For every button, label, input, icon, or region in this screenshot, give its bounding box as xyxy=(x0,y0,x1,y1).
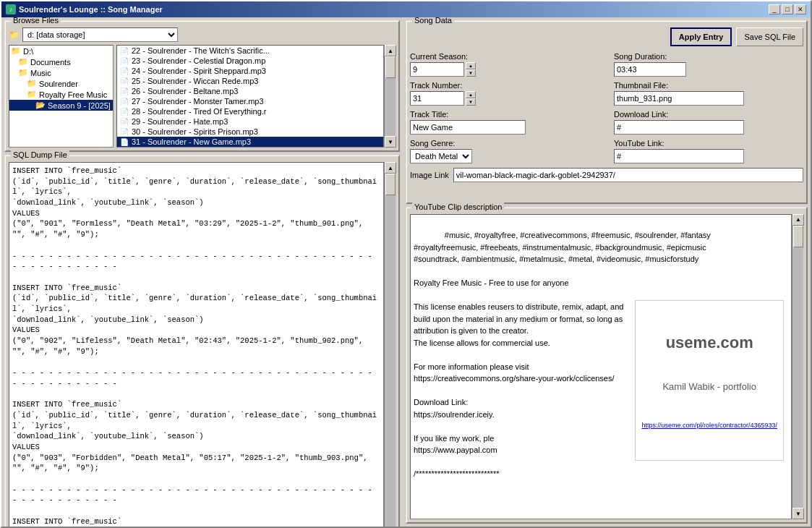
song-data-label: Song Data xyxy=(412,17,454,25)
song-duration-row xyxy=(614,62,803,77)
folder-item[interactable]: 📁 Documents xyxy=(9,56,113,67)
file-name: 29 - Soulrender - Hate.mp3 xyxy=(132,117,228,126)
song-genre-field: Song Genre: Death Metal Metal Rock Ambie… xyxy=(410,139,599,163)
youtube-desc-content: #music, #royaltyfree, #creativecommons, … xyxy=(406,208,807,524)
file-item[interactable]: 📄 25 - Soulrender - Wiccan Rede.mp3 xyxy=(117,76,383,86)
app-icon: ♪ xyxy=(6,4,16,14)
song-duration-input[interactable] xyxy=(614,62,686,77)
folder-item[interactable]: 📁 Royalty Free Music xyxy=(9,89,113,100)
folder-icon: 📁 xyxy=(11,46,21,56)
image-link-field: Image Link xyxy=(410,168,803,182)
drive-icon: 📁 xyxy=(9,30,20,40)
file-item[interactable]: 📄 27 - Soulrender - Monster Tamer.mp3 xyxy=(117,96,383,106)
file-item[interactable]: 📄 24 - Soulrender - Spirit Sheppard.mp3 xyxy=(117,66,383,76)
song-genre-select[interactable]: Death Metal Metal Rock Ambient Electroni… xyxy=(410,149,472,163)
file-item[interactable]: 📄 22 - Soulrender - The Witch's Sacrific… xyxy=(117,46,383,56)
scroll-up-button[interactable]: ▲ xyxy=(385,162,396,174)
watermark-title: useme.com xyxy=(641,331,777,354)
image-link-input[interactable] xyxy=(453,168,803,182)
close-button[interactable]: ✕ xyxy=(795,4,806,14)
thumbnail-file-label: Thumbnail File: xyxy=(614,81,803,90)
spin-up-button[interactable]: ▲ xyxy=(466,91,476,98)
scroll-down-button[interactable]: ▼ xyxy=(792,508,804,519)
youtube-link-row xyxy=(614,149,803,163)
download-link-label: Download Link: xyxy=(614,110,803,119)
file-name: 22 - Soulrender - The Witch's Sacrific..… xyxy=(132,46,270,55)
track-title-input[interactable] xyxy=(410,120,526,135)
current-season-spinner: ▲ ▼ xyxy=(466,62,476,77)
spin-up-button[interactable]: ▲ xyxy=(466,62,476,69)
scroll-up-button[interactable]: ▲ xyxy=(792,214,804,226)
sql-textarea[interactable]: INSERT INTO `free_music` (`id`, `public_… xyxy=(9,162,384,527)
maximize-button[interactable]: □ xyxy=(782,4,793,14)
youtube-link-field: YouTube Link: xyxy=(614,139,803,163)
youtube-desc-textarea[interactable]: #music, #royaltyfree, #creativecommons, … xyxy=(410,214,792,520)
track-number-label: Track Number: xyxy=(410,81,599,90)
folder-item-label: Soulrender xyxy=(39,80,78,88)
track-number-field: Track Number: ▲ ▼ xyxy=(410,81,599,106)
browse-files-label: Browse Files xyxy=(11,17,61,25)
minimize-button[interactable]: _ xyxy=(769,4,780,14)
track-number-spinner: ▲ ▼ xyxy=(466,91,476,106)
current-season-row: ▲ ▼ xyxy=(410,62,599,77)
download-link-row xyxy=(614,120,803,135)
song-data-group: Song Data Apply Entry Save SQL File Curr… xyxy=(406,20,808,204)
folder-item-label: Season 9 - [2025] xyxy=(48,101,111,110)
scroll-track[interactable] xyxy=(792,226,803,508)
track-title-row xyxy=(410,120,599,135)
thumbnail-file-input[interactable] xyxy=(614,91,744,106)
download-link-field: Download Link: xyxy=(614,110,803,135)
image-link-label: Image Link xyxy=(410,171,449,179)
scroll-thumb[interactable] xyxy=(385,174,396,195)
file-item[interactable]: 📄 29 - Soulrender - Hate.mp3 xyxy=(117,116,383,127)
file-name: 31 - Soulrender - New Game.mp3 xyxy=(132,137,251,146)
song-genre-label: Song Genre: xyxy=(410,139,599,148)
folder-item[interactable]: 📁 D:\ xyxy=(9,46,113,56)
scroll-track[interactable] xyxy=(385,56,396,136)
browse-files-content: 📁 d: [data storage] 📁 D:\ xyxy=(5,21,399,151)
scroll-up-button[interactable]: ▲ xyxy=(385,45,396,56)
folder-item[interactable]: 📁 Soulrender xyxy=(9,78,113,89)
spin-down-button[interactable]: ▼ xyxy=(466,98,476,106)
youtube-desc-group: YouTube Clip description #music, #royalt… xyxy=(406,207,808,524)
file-item[interactable]: 📄 30 - Soulrender - Spirits Prison.mp3 xyxy=(117,127,383,137)
file-item[interactable]: 📄 23 - Soulrender - Celestial Dragon.mp xyxy=(117,56,383,66)
file-list-scrollbar[interactable]: ▲ ▼ xyxy=(384,45,396,148)
folder-tree: 📁 D:\ 📁 Documents 📁 Music xyxy=(9,45,114,148)
sql-scrollbar[interactable]: ▲ ▼ xyxy=(384,162,396,527)
file-item[interactable]: 📄 28 - Soulrender - Tired Of Everything.… xyxy=(117,106,383,116)
folder-item[interactable]: 📁 Music xyxy=(9,67,113,78)
file-icon: 📄 xyxy=(120,88,129,95)
folder-item-label: Music xyxy=(30,69,51,77)
scroll-down-button[interactable]: ▼ xyxy=(385,136,396,148)
main-window: ♪ Soulrender's Lounge :: Song Manager _ … xyxy=(0,0,812,528)
file-name: 30 - Soulrender - Spirits Prison.mp3 xyxy=(132,127,258,136)
file-item[interactable]: 📄 26 - Soulrender - Beltane.mp3 xyxy=(117,86,383,96)
save-sql-button[interactable]: Save SQL File xyxy=(736,27,803,46)
current-season-field: Current Season: ▲ ▼ xyxy=(410,52,599,77)
drive-select[interactable]: d: [data storage] xyxy=(22,27,178,42)
download-link-input[interactable] xyxy=(614,120,744,135)
sql-dump-label: SQL Dump File xyxy=(11,150,69,159)
scroll-thumb[interactable] xyxy=(385,56,396,78)
file-icon: 📄 xyxy=(120,108,129,116)
file-item-selected[interactable]: 📄 31 - Soulrender - New Game.mp3 xyxy=(117,137,383,147)
main-content: Browse Files 📁 d: [data storage] xyxy=(1,17,811,527)
folder-icon: 📁 xyxy=(18,57,28,67)
folder-item-selected[interactable]: 📂 Season 9 - [2025] xyxy=(9,100,113,111)
file-icon: 📄 xyxy=(120,128,129,136)
youtube-link-input[interactable] xyxy=(614,149,744,163)
youtube-link-label: YouTube Link: xyxy=(614,139,803,148)
yt-scrollbar[interactable]: ▲ ▼ xyxy=(792,214,803,520)
file-name: 25 - Soulrender - Wiccan Rede.mp3 xyxy=(132,77,258,85)
watermark-url: https://useme.com/pl/roles/contractor/43… xyxy=(641,421,777,431)
scroll-track[interactable] xyxy=(385,174,396,527)
file-name: 23 - Soulrender - Celestial Dragon.mp xyxy=(132,56,265,65)
track-number-input[interactable] xyxy=(410,91,464,106)
apply-entry-button[interactable]: Apply Entry xyxy=(670,27,732,46)
scroll-thumb[interactable] xyxy=(793,226,803,247)
spin-down-button[interactable]: ▼ xyxy=(466,69,476,77)
file-icon: 📄 xyxy=(120,77,129,85)
sql-dump-group: SQL Dump File INSERT INTO `free_music` (… xyxy=(4,155,400,527)
current-season-input[interactable] xyxy=(410,62,464,77)
